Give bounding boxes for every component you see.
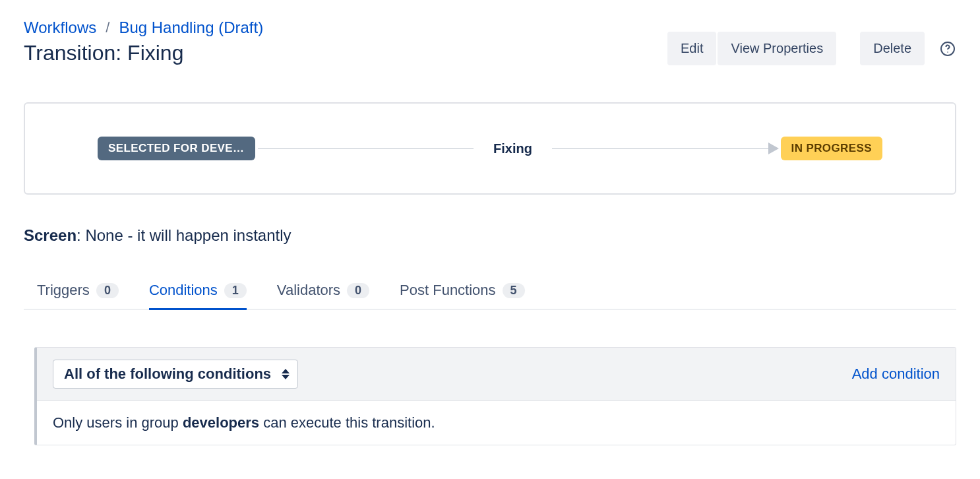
tab-label: Conditions [149,282,218,299]
select-caret-icon [282,369,290,379]
screen-label: Screen [24,226,77,244]
tab-badge: 0 [96,283,119,298]
arrow-head-icon [768,143,779,154]
condition-mode-select[interactable]: All of the following conditions [53,360,298,389]
arrow-line-right [552,148,768,149]
breadcrumb-separator: / [106,19,109,36]
tab-validators[interactable]: Validators 0 [277,282,369,310]
tab-label: Validators [277,282,340,299]
tab-badge: 5 [503,283,525,298]
tab-conditions[interactable]: Conditions 1 [149,282,247,310]
transition-arrow: Fixing [258,141,778,156]
tab-triggers[interactable]: Triggers 0 [37,282,119,310]
page-title-name: Fixing [127,41,183,65]
edit-button[interactable]: Edit [667,32,716,65]
page-title-prefix: Transition: [24,41,127,65]
page-title: Transition: Fixing [24,41,263,65]
arrow-line-left [258,148,474,149]
tabs: Triggers 0 Conditions 1 Validators 0 Pos… [24,282,956,310]
add-condition-link[interactable]: Add condition [852,366,940,383]
condition-text-prefix: Only users in group [53,414,183,431]
svg-point-1 [947,51,948,53]
tab-badge: 1 [224,283,247,298]
tab-badge: 0 [347,283,369,298]
condition-row: Only users in group developers can execu… [37,401,956,445]
breadcrumb-root-link[interactable]: Workflows [24,18,96,37]
breadcrumb: Workflows / Bug Handling (Draft) [24,18,263,37]
conditions-panel: All of the following conditions Add cond… [34,347,956,445]
transition-label: Fixing [474,141,552,156]
view-properties-button[interactable]: View Properties [718,32,836,65]
from-status-lozenge: SELECTED FOR DEVE… [98,137,255,160]
condition-group-name: developers [183,414,259,431]
transition-diagram: SELECTED FOR DEVE… Fixing IN PROGRESS [24,102,956,195]
tab-label: Post Functions [400,282,496,299]
tab-post-functions[interactable]: Post Functions 5 [400,282,525,310]
condition-text-suffix: can execute this transition. [259,414,435,431]
help-icon[interactable] [939,40,956,57]
breadcrumb-current-link[interactable]: Bug Handling (Draft) [119,18,263,37]
conditions-header: All of the following conditions Add cond… [37,348,956,401]
header-row: Workflows / Bug Handling (Draft) Transit… [24,18,956,65]
screen-value: : None - it will happen instantly [77,226,291,244]
title-block: Workflows / Bug Handling (Draft) Transit… [24,18,263,65]
action-bar: Edit View Properties Delete [667,32,956,65]
tab-label: Triggers [37,282,90,299]
screen-info: Screen: None - it will happen instantly [24,226,956,245]
delete-button[interactable]: Delete [860,32,925,65]
condition-mode-label: All of the following conditions [64,366,271,382]
to-status-lozenge: IN PROGRESS [781,137,882,160]
